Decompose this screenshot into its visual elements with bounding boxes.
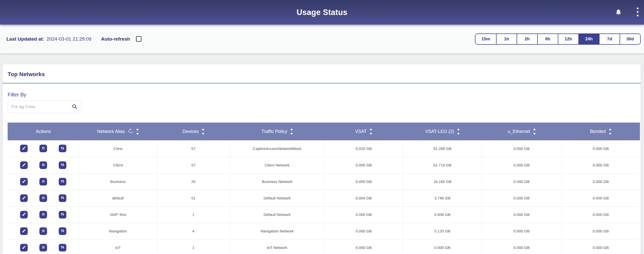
column-header-network-alias[interactable]: Network Alias [79,123,157,140]
pause-icon [41,212,46,217]
vsat-leo-cell: 3.746 GB [403,190,482,206]
traffic-policy-cell: Default Network [230,190,324,206]
column-label: VSAT [355,129,367,134]
auto-refresh-checkbox[interactable] [136,36,141,42]
sort-desc-icon [202,133,204,135]
pause-button[interactable] [39,178,47,185]
edit-button[interactable] [20,178,28,185]
network-alias-cell: Client [79,157,157,173]
pause-button[interactable] [39,244,47,251]
table-header-row: Actions Network Alias [8,123,640,140]
time-range-2h[interactable]: 2h [517,34,537,44]
devices-cell: 1 [157,239,230,254]
vsat-cell: 0.005 GB [324,173,403,190]
vsat-cell: 0.000 GB [324,206,403,223]
time-range-1h[interactable]: 1h [496,34,517,44]
time-range-30d[interactable]: 30d [620,34,640,44]
edit-button[interactable] [20,244,28,251]
sort-desc-icon [457,133,460,135]
actions-cell [8,190,79,206]
sort-desc-icon [136,133,139,135]
auto-refresh: Auto-refresh [101,36,141,42]
search-input[interactable] [11,104,71,109]
column-header-traffic-policy[interactable]: Traffic Policy [230,123,324,140]
panel-title: Top Networks [8,71,636,78]
column-label: u_Ethernet [507,129,530,134]
sort-arrows[interactable] [290,128,293,135]
column-header-u-ethernet[interactable]: u_Ethernet [482,123,561,140]
sort-arrows[interactable] [533,128,536,135]
sort-asc-icon [370,128,372,130]
pause-button[interactable] [39,161,47,169]
sort-desc-icon [609,133,611,135]
pause-button[interactable] [39,227,47,235]
devices-cell: 57 [157,157,230,173]
column-label: Network Alias [97,129,125,134]
up-down-button[interactable] [59,211,66,218]
devices-cell: 25 [157,173,230,190]
refresh-icon [128,128,133,134]
vsat-cell: 0.000 GB [324,239,403,254]
table-row: Navigation 4 Navigation Network 0.000 GB… [8,223,640,239]
pause-button[interactable] [39,145,47,152]
sort-arrows[interactable] [136,128,139,135]
edit-button[interactable] [20,145,28,152]
up-down-button[interactable] [59,178,66,185]
network-alias-cell: Crew [79,140,157,157]
edit-button[interactable] [20,194,28,202]
pause-icon [41,196,46,201]
vsat-leo-cell: 18.160 GB [403,173,482,190]
time-range-15m[interactable]: 15m [475,34,496,44]
refresh-button[interactable] [128,128,133,134]
traffic-policy-cell: Business Network [230,173,324,190]
sort-arrows[interactable] [370,128,372,135]
up-down-button[interactable] [59,244,66,251]
up-down-button[interactable] [59,194,66,202]
table-row: Crew 57 CaptiveAccessNetworkBlock 0.020 … [8,140,640,157]
column-header-vsat-leo[interactable]: VSAT-LEO (2) [403,123,482,140]
devices-cell: 4 [157,223,230,239]
column-label: Traffic Policy [261,129,287,134]
column-header-vsat[interactable]: VSAT [324,123,403,140]
column-label: Bonded [590,129,606,134]
bonded-cell: 0.000 GB [561,223,640,239]
time-range-24h[interactable]: 24h [578,34,599,44]
networks-table-wrap: Actions Network Alias [3,123,641,254]
edit-button[interactable] [20,211,28,218]
sort-arrows[interactable] [609,128,611,135]
up-down-button[interactable] [59,227,66,235]
bell-icon [615,8,622,16]
sort-arrows[interactable] [202,128,204,135]
network-alias-cell: Business [79,173,157,190]
actions-cell [8,140,79,157]
time-range-7d[interactable]: 7d [599,34,620,44]
time-range-12h[interactable]: 12h [558,34,578,44]
sort-arrows[interactable] [457,128,460,135]
edit-button[interactable] [20,227,28,235]
up-down-button[interactable] [59,145,66,152]
bonded-cell: 0.000 GB [561,173,640,190]
table-row: Client 57 Client Network 0.005 GB 51.719… [8,157,640,173]
notifications-button[interactable] [615,8,622,16]
column-label: Actions [36,129,51,134]
bonded-cell: 0.000 GB [561,190,640,206]
vsat-leo-cell: 0.006 GB [403,206,482,223]
page-title: Usage Status [0,8,644,17]
kebab-menu-button[interactable] [637,7,639,17]
filter-by-label: Filter By [8,92,636,98]
edit-button[interactable] [20,161,28,169]
pause-button[interactable] [39,194,47,202]
sort-asc-icon [136,128,139,130]
search-button[interactable] [71,104,78,110]
search-icon [71,104,78,110]
column-header-bonded[interactable]: Bonded [561,123,640,140]
edit-icon [22,212,26,217]
pause-icon [41,163,46,168]
pause-icon [41,229,46,234]
network-alias-cell: IoT [79,239,157,254]
vsat-cell: 0.020 GB [324,140,403,157]
pause-button[interactable] [39,211,47,218]
column-header-devices[interactable]: Devices [157,123,230,140]
time-range-6h[interactable]: 6h [537,34,558,44]
up-down-button[interactable] [59,161,66,169]
